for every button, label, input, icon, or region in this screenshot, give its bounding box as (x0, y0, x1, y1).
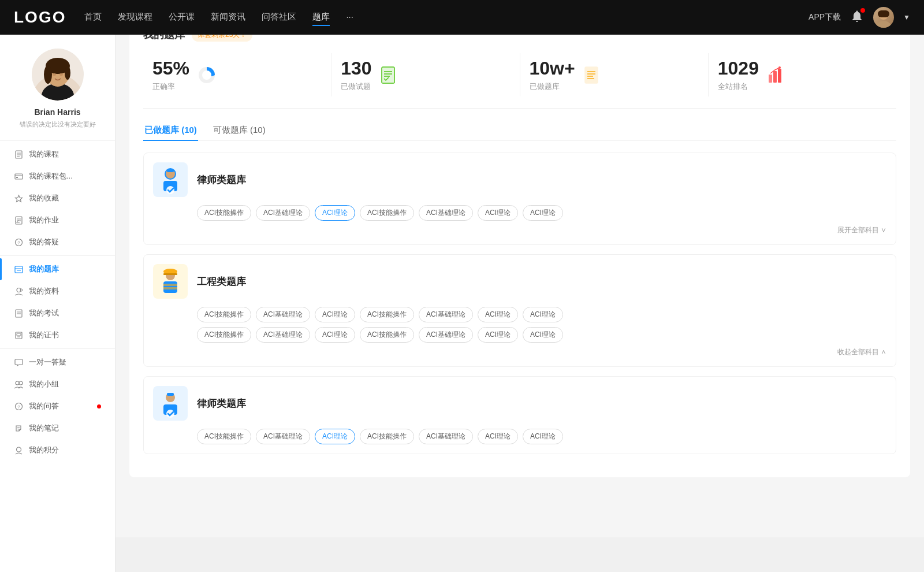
exam-icon (14, 309, 23, 318)
bank-card-2-header: 工程类题库 (153, 264, 886, 299)
tag-1-1[interactable]: ACI技能操作 (197, 205, 251, 221)
nav-questionbank[interactable]: 题库 (312, 9, 330, 26)
tag-2-12[interactable]: ACI基础理论 (419, 327, 473, 343)
sidebar-item-course-package[interactable]: 我的课程包... (0, 165, 115, 187)
nav-qa[interactable]: 问答社区 (262, 9, 296, 26)
tag-2-6[interactable]: ACI理论 (478, 307, 518, 322)
sidebar-item-notes[interactable]: 我的笔记 (0, 417, 115, 439)
favorites-label: 我的收藏 (29, 193, 101, 203)
nav-right: APP下载 ▼ (808, 7, 910, 28)
avatar-illustration (32, 49, 84, 101)
tag-2-14[interactable]: ACI理论 (523, 327, 563, 343)
tag-3-1[interactable]: ACI技能操作 (197, 429, 251, 444)
course-package-icon (14, 172, 23, 181)
points-label: 我的积分 (29, 445, 101, 455)
nav-open[interactable]: 公开课 (169, 9, 195, 26)
tag-3-6[interactable]: ACI理论 (478, 429, 518, 444)
sidebar-item-group[interactable]: 我的小组 (0, 373, 115, 395)
nav-more[interactable]: ··· (346, 9, 353, 26)
doc-green-icon (379, 65, 400, 86)
tab-available[interactable]: 可做题库 (10) (212, 120, 267, 140)
tag-1-3[interactable]: ACI理论 (315, 205, 355, 221)
sidebar-item-one-on-one[interactable]: 一对一答疑 (0, 351, 115, 373)
tag-2-9[interactable]: ACI基础理论 (256, 327, 310, 343)
qa-icon: ? (14, 237, 23, 247)
bell-dot (860, 8, 865, 13)
dropdown-arrow[interactable]: ▼ (903, 13, 910, 21)
svg-rect-73 (167, 393, 174, 396)
tag-2-5[interactable]: ACI基础理论 (419, 307, 473, 322)
tag-2-10[interactable]: ACI理论 (315, 327, 355, 343)
sidebar-item-questionbank[interactable]: 我的题库 (0, 258, 115, 280)
favorites-icon (14, 194, 23, 203)
tag-2-11[interactable]: ACI技能操作 (360, 327, 414, 343)
sidebar-item-qa[interactable]: ? 我的答疑 (0, 231, 115, 253)
tag-2-1[interactable]: ACI技能操作 (197, 307, 251, 322)
bank-card-2-title: 工程类题库 (197, 275, 246, 288)
expand-link-1[interactable]: 展开全部科目 ∨ (153, 225, 886, 235)
chart-red-icon (766, 65, 787, 86)
sidebar-item-certificate[interactable]: 我的证书 (0, 324, 115, 346)
homework-icon (14, 216, 23, 225)
sidebar-item-exam[interactable]: 我的考试 (0, 302, 115, 324)
certificate-icon (14, 330, 23, 340)
stat-rank-label: 全站排名 (718, 81, 759, 92)
svg-point-38 (19, 381, 23, 385)
bank-card-3-title: 律师类题库 (197, 397, 246, 410)
avatar-placeholder-icon (873, 7, 894, 28)
bank-card-1-header: 律师类题库 (153, 162, 886, 197)
tag-1-4[interactable]: ACI技能操作 (360, 205, 414, 221)
tag-1-6[interactable]: ACI理论 (478, 205, 518, 221)
engineer-svg (155, 266, 185, 296)
sidebar-item-course[interactable]: 我的课程 (0, 143, 115, 165)
sidebar-menu: 我的课程 我的课程包... 我的收藏 我的作业 ? 我的答疑 (0, 143, 115, 461)
tag-2-8[interactable]: ACI技能操作 (197, 327, 251, 343)
lawyer-icon-3 (153, 386, 188, 421)
questions-label: 我的问答 (29, 401, 90, 411)
tag-1-2[interactable]: ACI基础理论 (256, 205, 310, 221)
tag-2-4[interactable]: ACI技能操作 (360, 307, 414, 322)
tab-done[interactable]: 已做题库 (10) (143, 120, 198, 140)
sidebar-item-favorites[interactable]: 我的收藏 (0, 187, 115, 209)
sidebar-motto: 错误的决定比没有决定要好 (10, 120, 105, 129)
tag-2-13[interactable]: ACI理论 (478, 327, 518, 343)
tag-3-4[interactable]: ACI技能操作 (360, 429, 414, 444)
collapse-link-2[interactable]: 收起全部科目 ∧ (153, 347, 886, 357)
notes-icon (14, 424, 23, 433)
profile-icon (14, 287, 23, 296)
nav-news[interactable]: 新闻资讯 (211, 9, 245, 26)
tag-3-7[interactable]: ACI理论 (523, 429, 563, 444)
tag-2-7[interactable]: ACI理论 (523, 307, 563, 322)
svg-rect-71 (163, 287, 177, 289)
tag-3-3[interactable]: ACI理论 (315, 429, 355, 444)
stat-rank-content: 1029 全站排名 (718, 58, 759, 92)
tag-1-7[interactable]: ACI理论 (523, 205, 563, 221)
app-download[interactable]: APP下载 (808, 12, 841, 23)
sidebar-item-homework[interactable]: 我的作业 (0, 209, 115, 231)
stat-done-content: 130 已做试题 (341, 58, 371, 92)
svg-text:?: ? (17, 404, 20, 410)
course-icon (14, 150, 23, 159)
sidebar-item-profile[interactable]: 我的资料 (0, 280, 115, 302)
nav-discover[interactable]: 发现课程 (118, 9, 152, 26)
avatar[interactable] (873, 7, 894, 28)
questions-red-dot (97, 404, 101, 408)
svg-point-37 (16, 381, 19, 385)
bell-button[interactable] (850, 9, 864, 25)
svg-point-8 (44, 65, 52, 84)
svg-marker-19 (15, 195, 22, 202)
svg-rect-67 (166, 271, 175, 273)
tag-3-5[interactable]: ACI基础理论 (419, 429, 473, 444)
tag-1-5[interactable]: ACI基础理论 (419, 205, 473, 221)
sidebar-item-questions[interactable]: ? 我的问答 (0, 395, 115, 417)
course-package-label: 我的课程包... (29, 171, 101, 181)
nav-home[interactable]: 首页 (84, 9, 102, 26)
tag-2-2[interactable]: ACI基础理论 (256, 307, 310, 322)
svg-rect-51 (585, 67, 598, 83)
stat-done-questions: 130 已做试题 (331, 53, 520, 96)
bank-card-2-tags-row1: ACI技能操作 ACI基础理论 ACI理论 ACI技能操作 ACI基础理论 AC… (153, 307, 886, 322)
sidebar-item-points[interactable]: 我的积分 (0, 439, 115, 461)
group-icon (14, 380, 23, 389)
tag-2-3[interactable]: ACI理论 (315, 307, 355, 322)
tag-3-2[interactable]: ACI基础理论 (256, 429, 310, 444)
